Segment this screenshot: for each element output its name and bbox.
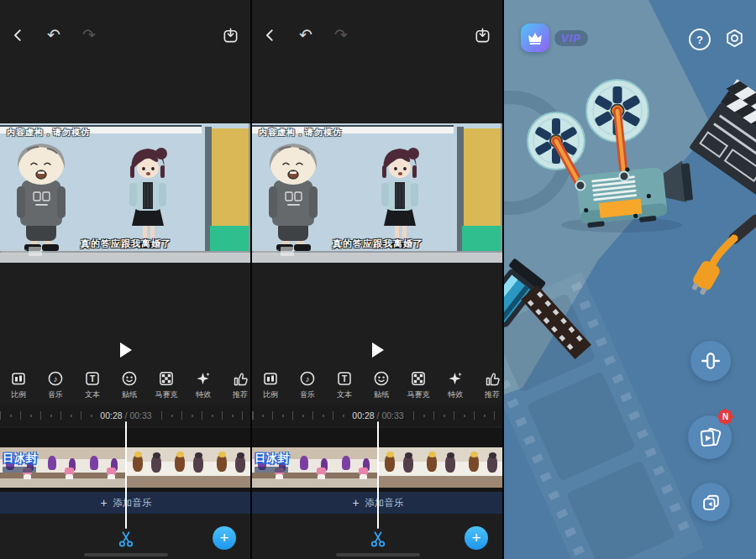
thumbs-up-icon — [484, 370, 501, 387]
video-preview[interactable]: 内容虚构，请勿模仿 真的答应跟我离婚了 — [0, 123, 252, 263]
settings-button[interactable] — [724, 28, 745, 49]
filmstrip-frame — [336, 447, 378, 488]
female-character-illustration — [375, 144, 425, 253]
disclaimer-text: 内容虚构，请勿模仿 — [259, 127, 342, 138]
tool-label: 贴纸 — [122, 389, 137, 400]
tool-music[interactable]: ♪ 音乐 — [37, 368, 74, 405]
tool-ratio[interactable]: 比例 — [252, 368, 289, 405]
watermark — [254, 249, 279, 255]
plus-icon: + — [100, 497, 107, 509]
editor-topbar: ↶ ↷ — [0, 25, 250, 52]
male-character-illustration — [7, 138, 74, 253]
tool-sticker[interactable]: 贴纸 — [111, 368, 148, 405]
filmstrip-frame — [420, 447, 462, 488]
splice-icon — [700, 350, 722, 372]
filmstrip-frame — [84, 447, 126, 488]
tool-label: 音乐 — [48, 389, 63, 400]
tools-toolbar: 比例 ♪ 音乐 T 文本 — [0, 368, 252, 405]
scene-yellow-wall — [464, 128, 501, 226]
help-button[interactable]: ? — [689, 29, 711, 50]
redo-button[interactable]: ↷ — [79, 25, 99, 45]
male-character-illustration — [259, 138, 326, 253]
tool-label: 文本 — [337, 389, 352, 400]
tool-ratio[interactable]: 比例 — [0, 368, 37, 405]
tool-label: 特效 — [196, 389, 211, 400]
thumbs-up-icon — [232, 370, 249, 387]
tool-label: 音乐 — [300, 389, 315, 400]
chevron-left-icon — [11, 28, 26, 43]
clip-title-overlay: 日冰封 — [3, 451, 38, 466]
tool-recommend[interactable]: 推荐 — [222, 368, 252, 405]
tool-text[interactable]: T 文本 — [326, 368, 363, 405]
export-button[interactable] — [472, 25, 492, 45]
total-time: 00:33 — [129, 410, 151, 421]
add-clip-button[interactable]: + — [465, 526, 488, 550]
tool-sticker[interactable]: 贴纸 — [363, 368, 400, 405]
clip-subtitle-bar — [255, 467, 288, 473]
screenshot-root: ↶ ↷ — [0, 0, 756, 559]
tool-label: 比例 — [263, 389, 278, 400]
svg-text:T: T — [342, 374, 347, 384]
tool-mosaic[interactable]: 马赛克 — [148, 368, 185, 405]
gallery-button[interactable] — [691, 483, 730, 521]
watermark — [2, 249, 27, 255]
text-icon: T — [336, 370, 353, 387]
music-icon: ♪ — [47, 370, 64, 387]
tool-label: 马赛克 — [407, 389, 430, 400]
filmstrip-frame — [168, 447, 210, 488]
mosaic-icon — [410, 370, 427, 387]
tool-recommend[interactable]: 推荐 — [474, 368, 504, 405]
svg-text:T: T — [90, 374, 95, 384]
add-clip-button[interactable]: + — [213, 526, 236, 550]
tool-effects[interactable]: 特效 — [437, 368, 474, 405]
mosaic-icon — [158, 370, 175, 387]
back-button[interactable] — [260, 25, 281, 45]
text-icon: T — [84, 370, 101, 387]
plus-icon: + — [352, 497, 359, 509]
female-character-illustration — [123, 144, 173, 253]
tool-mosaic[interactable]: 马赛克 — [400, 368, 437, 405]
current-time: 00:28 — [352, 410, 374, 421]
aspect-ratio-icon — [262, 370, 279, 387]
filmstrip-frame — [210, 447, 252, 488]
video-preview[interactable]: 内容虚构，请勿模仿 真的答应跟我离婚了 — [252, 123, 504, 263]
playhead — [377, 421, 379, 529]
undo-button[interactable]: ↶ — [296, 25, 316, 45]
current-time: 00:28 — [100, 410, 122, 421]
aspect-ratio-icon — [10, 370, 27, 387]
filmstrip-frame — [378, 447, 420, 488]
redo-button[interactable]: ↷ — [331, 25, 351, 45]
sticker-icon — [373, 370, 390, 387]
export-button[interactable] — [220, 25, 240, 45]
undo-button[interactable]: ↶ — [44, 25, 64, 45]
filmstrip-watermark — [504, 272, 704, 559]
vip-badge[interactable]: VIP — [521, 24, 588, 52]
split-scissors-button[interactable] — [369, 530, 387, 548]
disclaimer-text: 内容虚构，请勿模仿 — [7, 127, 90, 138]
watermark-logo — [281, 247, 294, 256]
editor-bottom-bar: + — [0, 524, 252, 559]
export-icon — [222, 27, 239, 44]
tool-music[interactable]: ♪ 音乐 — [289, 368, 326, 405]
editor-panel-2: ↶ ↷ — [252, 0, 504, 559]
back-button[interactable] — [8, 25, 29, 45]
splice-tool-button[interactable] — [690, 341, 731, 381]
effects-icon — [195, 370, 212, 387]
chevron-left-icon — [263, 28, 278, 43]
music-icon: ♪ — [299, 370, 316, 387]
tool-effects[interactable]: 特效 — [185, 368, 222, 405]
tool-label: 推荐 — [233, 389, 248, 400]
home-panel: VIP ? N — [504, 0, 756, 559]
split-scissors-button[interactable] — [117, 530, 135, 548]
vip-label: VIP — [554, 30, 588, 46]
play-button[interactable] — [120, 342, 132, 358]
tool-label: 比例 — [11, 389, 26, 400]
tool-text[interactable]: T 文本 — [74, 368, 111, 405]
tool-label: 马赛克 — [155, 389, 178, 400]
svg-text:♪: ♪ — [306, 374, 310, 384]
play-button[interactable] — [372, 342, 384, 358]
editor-panel-1: ↶ ↷ — [0, 0, 252, 559]
clapperboard-illustration — [686, 77, 756, 201]
home-indicator — [336, 553, 420, 556]
svg-text:♪: ♪ — [54, 374, 58, 384]
